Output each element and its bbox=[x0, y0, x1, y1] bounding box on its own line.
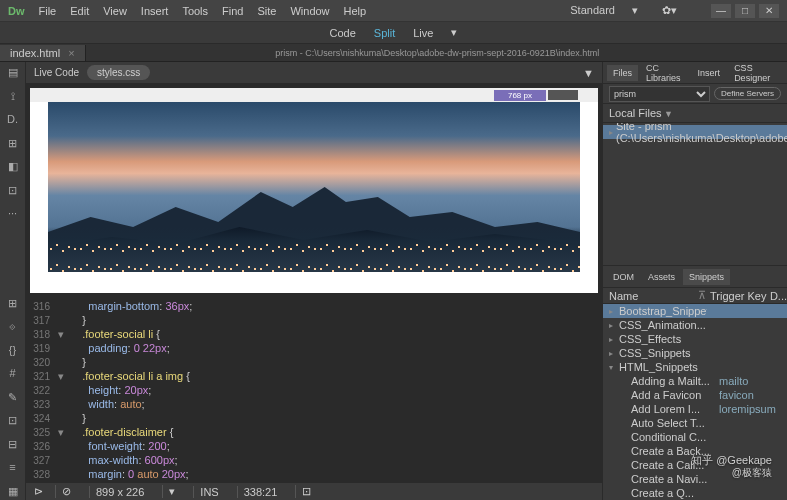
viewport-size[interactable]: 899 x 226 bbox=[89, 486, 150, 498]
snippet-item[interactable]: Add a Faviconfavicon bbox=[603, 388, 787, 402]
live-preview[interactable]: 768 px bbox=[30, 88, 598, 293]
insert-mode: INS bbox=[193, 486, 224, 498]
ruler[interactable]: 768 px bbox=[30, 88, 598, 102]
encoding-icon[interactable]: ⊡ bbox=[295, 485, 317, 498]
panel-tabs-bottom: DOM Assets Snippets bbox=[603, 266, 787, 288]
file-tree[interactable]: ▸Site - prism (C:\Users\nishkuma\Desktop… bbox=[603, 123, 787, 265]
define-servers-button[interactable]: Define Servers bbox=[714, 87, 781, 100]
tool-icon[interactable]: ▤ bbox=[5, 66, 21, 82]
menu-tools[interactable]: Tools bbox=[182, 5, 208, 17]
left-toolbar: ▤ ⟟ D. ⊞ ◧ ⊡ ··· ⊞ ⟐ {} # ✎ ⊡ ⊟ ≡ ▦ bbox=[0, 62, 26, 500]
tool-icon[interactable]: # bbox=[5, 367, 21, 383]
snippet-item[interactable]: ▸CSS_Snippets bbox=[603, 346, 787, 360]
tool-icon[interactable]: D. bbox=[5, 113, 21, 129]
tool-icon[interactable]: {} bbox=[5, 344, 21, 360]
minimize-button[interactable]: — bbox=[711, 4, 731, 18]
document-path: prism - C:\Users\nishkuma\Desktop\adobe-… bbox=[88, 48, 787, 58]
local-files-label: Local Files ▼ bbox=[603, 104, 787, 123]
tool-icon[interactable]: ⟟ bbox=[5, 90, 21, 106]
tool-icon[interactable]: ⟐ bbox=[5, 320, 21, 336]
view-dropdown-icon[interactable]: ▾ bbox=[451, 26, 457, 39]
tab-dom[interactable]: DOM bbox=[607, 269, 640, 285]
menu-help[interactable]: Help bbox=[344, 5, 367, 17]
tool-icon[interactable]: ✎ bbox=[5, 391, 21, 407]
status-bar: ⊳ ⊘ 899 x 226 ▾ INS 338:21 ⊡ bbox=[26, 482, 602, 500]
tab-files[interactable]: Files bbox=[607, 65, 638, 81]
tag-selector[interactable]: ⊳ bbox=[34, 485, 43, 498]
menu-file[interactable]: File bbox=[39, 5, 57, 17]
errors-indicator[interactable]: ⊘ bbox=[55, 485, 77, 498]
tab-snippets[interactable]: Snippets bbox=[683, 269, 730, 285]
view-live[interactable]: Live bbox=[413, 27, 433, 39]
tab-css-designer[interactable]: CSS Designer bbox=[728, 60, 783, 86]
tool-icon[interactable]: ⊞ bbox=[5, 137, 21, 153]
site-root[interactable]: ▸Site - prism (C:\Users\nishkuma\Desktop… bbox=[603, 125, 787, 139]
snippet-item[interactable]: Auto Select T... bbox=[603, 416, 787, 430]
tool-icon[interactable]: ⊞ bbox=[5, 297, 21, 313]
snippet-item[interactable]: Create a Back... bbox=[603, 444, 787, 458]
document-tab[interactable]: index.html× bbox=[0, 45, 86, 61]
tab-insert[interactable]: Insert bbox=[692, 65, 727, 81]
cursor-position: 338:21 bbox=[237, 486, 284, 498]
menu-view[interactable]: View bbox=[103, 5, 127, 17]
snippet-item[interactable]: ▸Bootstrap_Snippets bbox=[603, 304, 787, 318]
snippets-columns[interactable]: Name⊼ Trigger Key D... bbox=[603, 288, 787, 304]
view-mode-bar: Code Split Live ▾ bbox=[0, 22, 787, 44]
app-logo: Dw bbox=[8, 5, 25, 17]
breakpoint-marker[interactable]: 768 px bbox=[494, 90, 546, 101]
tool-icon[interactable]: ◧ bbox=[5, 160, 21, 176]
hero-image bbox=[48, 102, 580, 272]
related-files-bar: Live Code styles.css ▼ bbox=[26, 62, 602, 84]
filter-icon[interactable]: ▼ bbox=[583, 67, 594, 79]
menu-window[interactable]: Window bbox=[290, 5, 329, 17]
snippet-item[interactable]: Create a Q... bbox=[603, 486, 787, 500]
tool-icon[interactable]: ⊡ bbox=[5, 184, 21, 200]
snippet-item[interactable]: ▸CSS_Animation... bbox=[603, 318, 787, 332]
view-code[interactable]: Code bbox=[330, 27, 356, 39]
close-button[interactable]: ✕ bbox=[759, 4, 779, 18]
menu-site[interactable]: Site bbox=[257, 5, 276, 17]
snippet-item[interactable]: ▸CSS_Effects bbox=[603, 332, 787, 346]
workspace-switcher[interactable]: Standard ▾ bbox=[570, 4, 638, 17]
menubar: Dw File Edit View Insert Tools Find Site… bbox=[0, 0, 787, 22]
live-code-toggle[interactable]: Live Code bbox=[34, 67, 79, 78]
right-panels: Files CC Libraries Insert CSS Designer p… bbox=[602, 62, 787, 500]
tool-icon[interactable]: ⊡ bbox=[5, 414, 21, 430]
snippet-item[interactable]: Create a Navi... bbox=[603, 472, 787, 486]
menu-find[interactable]: Find bbox=[222, 5, 243, 17]
view-split[interactable]: Split bbox=[374, 27, 395, 39]
snippet-item[interactable]: Create a Cali... bbox=[603, 458, 787, 472]
menu-edit[interactable]: Edit bbox=[70, 5, 89, 17]
tab-cc-libraries[interactable]: CC Libraries bbox=[640, 60, 690, 86]
tool-icon[interactable]: ⊟ bbox=[5, 438, 21, 454]
sync-icon[interactable]: ✿▾ bbox=[662, 4, 677, 17]
snippet-item[interactable]: ▾HTML_Snippets bbox=[603, 360, 787, 374]
maximize-button[interactable]: □ bbox=[735, 4, 755, 18]
menu-insert[interactable]: Insert bbox=[141, 5, 169, 17]
snippet-item[interactable]: Add Lorem I...loremipsum bbox=[603, 402, 787, 416]
close-tab-icon[interactable]: × bbox=[68, 47, 74, 59]
panel-tabs-top: Files CC Libraries Insert CSS Designer bbox=[603, 62, 787, 84]
tool-icon[interactable]: ▦ bbox=[5, 485, 21, 500]
site-dropdown[interactable]: prism bbox=[609, 86, 710, 102]
snippet-item[interactable]: Adding a Mailt...mailto bbox=[603, 374, 787, 388]
code-editor[interactable]: 316 margin-bottom: 36px;317 }318▾ .foote… bbox=[26, 297, 602, 482]
tool-icon[interactable]: ··· bbox=[5, 207, 21, 223]
tool-icon[interactable]: ≡ bbox=[5, 461, 21, 477]
snippet-item[interactable]: Conditional C... bbox=[603, 430, 787, 444]
snippets-tree[interactable]: ▸Bootstrap_Snippets▸CSS_Animation...▸CSS… bbox=[603, 304, 787, 500]
tab-assets[interactable]: Assets bbox=[642, 269, 681, 285]
related-file[interactable]: styles.css bbox=[87, 65, 150, 80]
